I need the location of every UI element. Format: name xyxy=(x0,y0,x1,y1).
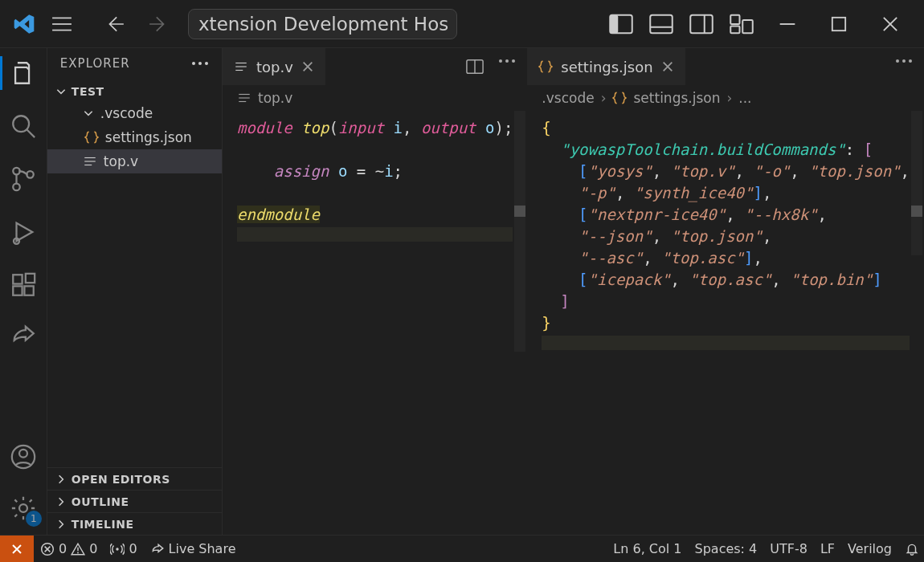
minimap[interactable] xyxy=(911,111,922,255)
breadcrumb-item: settings.json xyxy=(633,90,720,106)
status-bar: 0 0 0 Live Share Ln 6, Col 1 Spaces: 4 U… xyxy=(0,535,924,562)
status-encoding[interactable]: UTF-8 xyxy=(770,541,807,556)
breadcrumb-item: .vscode xyxy=(542,90,594,106)
code-editor[interactable]: { "yowaspToolchain.buildCommands": [ ["y… xyxy=(527,111,924,535)
svg-point-28 xyxy=(198,62,202,65)
svg-rect-7 xyxy=(690,14,713,33)
back-arrow-icon[interactable] xyxy=(104,14,125,35)
tab-settings-json[interactable]: settings.json xyxy=(527,48,685,85)
activity-settings-icon[interactable]: 1 xyxy=(10,495,37,522)
svg-rect-4 xyxy=(610,14,618,33)
braces-icon xyxy=(612,91,627,105)
status-indentation[interactable]: Spaces: 4 xyxy=(695,541,758,556)
more-icon[interactable] xyxy=(191,60,209,67)
forward-arrow-icon xyxy=(148,14,169,35)
folder-root[interactable]: TEST xyxy=(47,82,222,101)
breadcrumb-item: ... xyxy=(738,90,751,106)
tree-file-label: top.v xyxy=(104,153,138,169)
lines-icon xyxy=(83,154,97,169)
minimize-icon[interactable] xyxy=(776,13,799,35)
activity-run-debug-icon[interactable] xyxy=(10,218,37,246)
tab-bar: top.v xyxy=(223,48,527,85)
lines-icon xyxy=(234,59,248,74)
minimap[interactable] xyxy=(514,111,525,352)
breadcrumb[interactable]: .vscode › settings.json › ... xyxy=(527,85,924,111)
svg-point-29 xyxy=(205,62,208,65)
tab-top-v[interactable]: top.v xyxy=(223,48,325,85)
activity-source-control-icon[interactable] xyxy=(10,165,37,193)
activity-extensions-icon[interactable] xyxy=(10,271,37,299)
live-share-label: Live Share xyxy=(169,541,236,556)
section-label: OPEN EDITORS xyxy=(72,473,170,486)
status-notifications-icon[interactable] xyxy=(905,542,919,556)
more-icon[interactable] xyxy=(895,58,913,75)
svg-rect-9 xyxy=(730,14,739,23)
braces-icon xyxy=(538,59,553,74)
status-ports[interactable]: 0 xyxy=(110,541,137,556)
tree-file-top-v[interactable]: top.v xyxy=(47,149,222,173)
code-editor[interactable]: module top(input i, output o); assign o … xyxy=(223,111,527,535)
svg-point-49 xyxy=(77,552,79,553)
svg-point-38 xyxy=(499,59,502,63)
section-open-editors[interactable]: OPEN EDITORS xyxy=(47,467,222,490)
activity-explorer-icon[interactable] xyxy=(10,59,37,87)
section-label: OUTLINE xyxy=(72,495,129,508)
activity-accounts-icon[interactable] xyxy=(10,443,37,470)
close-icon[interactable] xyxy=(661,60,674,73)
chevron-down-icon xyxy=(55,86,67,97)
svg-rect-11 xyxy=(742,20,753,33)
breadcrumb[interactable]: top.v xyxy=(223,85,527,111)
tree-folder-label: .vscode xyxy=(100,105,153,121)
explorer-sidebar: EXPLORER TEST .vscode settings.json top.… xyxy=(47,48,223,535)
settings-badge: 1 xyxy=(26,511,42,527)
error-icon xyxy=(40,542,55,556)
toggle-primary-sidebar-icon[interactable] xyxy=(609,14,633,35)
error-count: 0 xyxy=(59,541,67,556)
svg-rect-21 xyxy=(13,286,22,295)
live-share-icon xyxy=(150,542,165,556)
svg-rect-5 xyxy=(650,14,673,33)
chevron-right-icon xyxy=(55,519,67,530)
status-live-share[interactable]: Live Share xyxy=(150,541,236,556)
customize-layout-icon[interactable] xyxy=(730,14,754,35)
explorer-header: EXPLORER xyxy=(47,48,222,79)
status-eol[interactable]: LF xyxy=(820,541,835,556)
toggle-secondary-sidebar-icon[interactable] xyxy=(689,14,713,35)
close-icon[interactable] xyxy=(301,60,314,73)
warning-icon xyxy=(71,542,85,556)
maximize-icon[interactable] xyxy=(828,13,850,35)
tree-folder-vscode[interactable]: .vscode xyxy=(47,101,222,125)
chevron-right-icon: › xyxy=(601,90,607,106)
svg-point-25 xyxy=(19,450,27,458)
activity-share-icon[interactable] xyxy=(10,324,37,352)
section-outline[interactable]: OUTLINE xyxy=(47,490,222,512)
split-editor-icon[interactable] xyxy=(466,58,484,75)
editor-group-right: settings.json .vscode › settings.json › … xyxy=(527,48,924,535)
svg-rect-20 xyxy=(13,275,22,283)
status-line-col[interactable]: Ln 6, Col 1 xyxy=(613,541,681,556)
activity-search-icon[interactable] xyxy=(10,112,37,140)
svg-point-44 xyxy=(896,59,899,63)
close-window-icon[interactable] xyxy=(879,13,902,35)
status-language[interactable]: Verilog xyxy=(848,541,892,556)
chevron-right-icon xyxy=(55,474,67,485)
menu-icon[interactable] xyxy=(51,15,72,33)
section-timeline[interactable]: TIMELINE xyxy=(47,512,222,535)
tree-file-settings-json[interactable]: settings.json xyxy=(47,125,222,149)
svg-point-40 xyxy=(512,59,515,63)
more-icon[interactable] xyxy=(498,58,516,75)
title-text: xtension Development Hos xyxy=(198,14,448,35)
chevron-down-icon xyxy=(83,108,94,119)
command-center[interactable]: xtension Development Hos xyxy=(188,9,457,39)
svg-rect-22 xyxy=(24,286,33,295)
svg-rect-23 xyxy=(26,274,35,283)
svg-line-15 xyxy=(27,129,35,137)
svg-rect-13 xyxy=(832,17,845,30)
toggle-panel-icon[interactable] xyxy=(649,14,673,35)
svg-point-17 xyxy=(13,184,20,191)
chevron-right-icon xyxy=(55,496,67,507)
folder-root-label: TEST xyxy=(72,85,104,98)
status-problems[interactable]: 0 0 xyxy=(40,541,97,556)
explorer-title: EXPLORER xyxy=(60,56,130,71)
remote-indicator[interactable] xyxy=(0,536,34,563)
